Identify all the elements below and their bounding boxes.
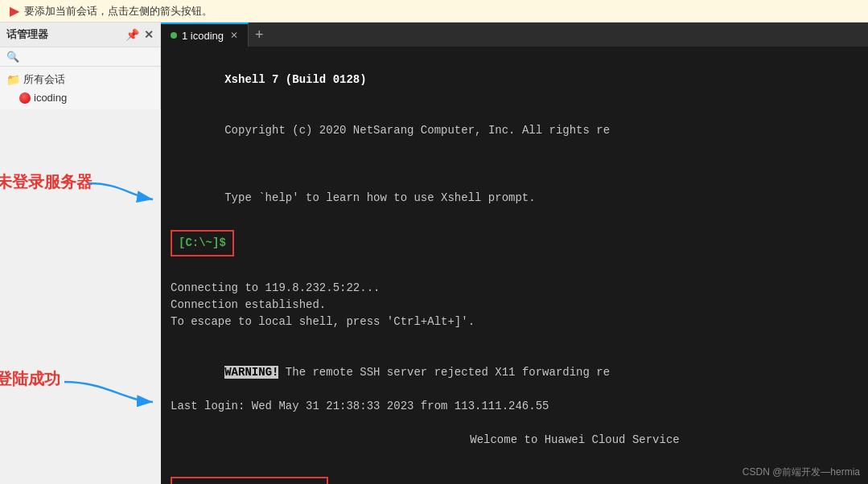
sidebar-item-all-sessions[interactable]: 📁 所有会话	[0, 70, 160, 89]
terminal-line-3: Type `help' to learn how to use Xshell p…	[171, 173, 858, 224]
search-input[interactable]	[23, 51, 154, 63]
tab-dot-icon	[171, 32, 177, 39]
terminal-connecting: Connecting to 119.8.232.5:22...	[171, 280, 858, 297]
hint-bar: ▶ 要添加当前会话，点击左侧的箭头按钮。	[0, 0, 868, 23]
sidebar-title: 话管理器	[6, 27, 48, 42]
session-dot-icon	[19, 92, 31, 104]
logged-in-label: 登陆成功	[0, 368, 60, 390]
sidebar-search-bar[interactable]: 🔍	[0, 47, 160, 67]
sidebar-item-label: 所有会话	[23, 72, 65, 87]
sidebar-close-icon[interactable]: ✕	[144, 28, 154, 41]
tab-add-button[interactable]: +	[249, 23, 270, 47]
terminal-warning: WARNING! The remote SSH server rejected …	[171, 347, 858, 398]
sidebar-header-icons: 📌 ✕	[125, 28, 154, 41]
terminal-blank-4	[171, 415, 858, 432]
pin-icon[interactable]: 📌	[125, 28, 139, 41]
sidebar-tree: 📁 所有会话 icoding	[0, 67, 160, 109]
xshell-version: Xshell 7 (Build 0128)	[224, 73, 366, 86]
local-prompt-box: [C:\~]$	[171, 230, 234, 256]
warning-badge: WARNING!	[224, 366, 278, 379]
terminal-last-login: Last login: Wed May 31 21:38:33 2023 fro…	[171, 398, 858, 415]
tab-label: 1 icoding	[182, 30, 224, 42]
sidebar-item-icoding[interactable]: icoding	[0, 89, 160, 106]
sidebar-header: 话管理器 📌 ✕	[0, 23, 160, 47]
inc-text: Inc.	[488, 124, 516, 137]
tab-close-icon[interactable]: ✕	[230, 30, 238, 41]
hint-text: 要添加当前会话，点击左侧的箭头按钮。	[24, 4, 212, 18]
tab-bar: 1 icoding ✕ +	[161, 23, 868, 48]
terminal-welcome: Welcome to Huawei Cloud Service	[171, 432, 858, 449]
not-logged-prompt-wrapper: [C:\~]$	[171, 227, 858, 260]
terminal-area: 1 icoding ✕ + Xshell 7 (Build 0128) Copy…	[161, 23, 868, 484]
local-prompt-text: [C:\~]$	[179, 236, 226, 249]
terminal-established: Connection established.	[171, 297, 858, 314]
sidebar: 话管理器 📌 ✕ 🔍 📁 所有会话 icoding	[0, 23, 161, 109]
folder-icon: 📁	[6, 73, 20, 86]
watermark: CSDN @前端开发—hermia	[743, 466, 860, 479]
terminal-blank-5	[171, 449, 858, 466]
terminal-blank-2	[171, 263, 858, 280]
not-logged-label: 未登录服务器	[0, 171, 93, 193]
terminal-content[interactable]: Xshell 7 (Build 0128) Copyright (c) 2020…	[161, 48, 868, 484]
terminal-line-1: Xshell 7 (Build 0128)	[171, 55, 858, 105]
hint-arrow-icon: ▶	[10, 3, 19, 18]
sidebar-item-label: icoding	[34, 92, 67, 104]
terminal-blank-3	[171, 330, 858, 347]
main-area: 话管理器 📌 ✕ 🔍 📁 所有会话 icoding	[0, 23, 868, 484]
terminal-blank-1	[171, 156, 858, 173]
tab-icoding[interactable]: 1 icoding ✕	[161, 23, 249, 47]
search-icon: 🔍	[6, 51, 19, 63]
root-prompt-box: [root@ecs-ceb2 ~]#	[171, 477, 328, 484]
terminal-line-2: Copyright (c) 2020 NetSarang Computer, I…	[171, 105, 858, 156]
terminal-escape-hint: To escape to local shell, press 'Ctrl+Al…	[171, 314, 858, 330]
